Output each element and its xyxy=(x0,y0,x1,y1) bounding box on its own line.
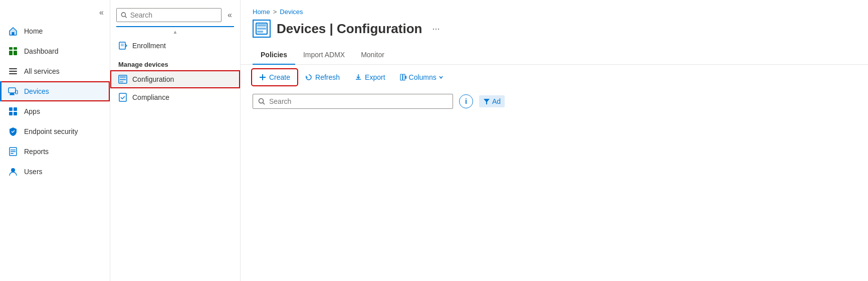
middle-panel-divider xyxy=(116,26,234,27)
sidebar-item-label-users: Users xyxy=(24,168,43,176)
chevron-down-icon xyxy=(439,75,444,80)
content-search-icon xyxy=(258,98,265,105)
filter-button[interactable]: Ad xyxy=(479,95,505,107)
sidebar-item-label-endpoint-security: Endpoint security xyxy=(24,127,78,135)
sidebar-item-users[interactable]: Users xyxy=(0,162,110,182)
sidebar-item-label-all-services: All services xyxy=(24,67,60,75)
content-search-input[interactable] xyxy=(269,97,448,105)
svg-rect-7 xyxy=(9,73,17,74)
refresh-label: Refresh xyxy=(315,73,340,81)
middle-search-input[interactable] xyxy=(130,11,217,19)
filter-label: Ad xyxy=(492,97,501,105)
sidebar: « Home Dashboard xyxy=(0,0,110,281)
dashboard-icon xyxy=(8,46,18,56)
tabs-row: Policies Import ADMX Monitor xyxy=(241,46,868,65)
svg-rect-3 xyxy=(9,51,13,55)
create-button[interactable]: Create xyxy=(253,70,297,85)
middle-panel-collapse-button[interactable]: « xyxy=(226,9,234,22)
svg-rect-40 xyxy=(405,76,406,79)
sidebar-item-endpoint-security[interactable]: Endpoint security xyxy=(0,121,110,142)
middle-nav-configuration-label: Configuration xyxy=(132,75,174,83)
page-title-row: Devices | Configuration ··· xyxy=(253,20,856,38)
apps-icon xyxy=(8,106,18,116)
tab-monitor[interactable]: Monitor xyxy=(353,46,392,65)
more-options-button[interactable]: ··· xyxy=(428,22,444,36)
svg-rect-11 xyxy=(16,90,18,94)
sidebar-item-label-dashboard: Dashboard xyxy=(24,47,59,55)
page-icon xyxy=(253,20,271,38)
refresh-button[interactable]: Refresh xyxy=(299,70,346,85)
svg-rect-12 xyxy=(9,107,13,111)
home-icon xyxy=(8,26,18,36)
middle-nav-enrollment[interactable]: Enrollment xyxy=(110,37,240,55)
svg-rect-18 xyxy=(11,152,16,153)
svg-rect-32 xyxy=(257,24,266,27)
svg-rect-14 xyxy=(9,112,13,115)
columns-button[interactable]: Columns xyxy=(394,70,450,84)
svg-rect-8 xyxy=(9,88,16,93)
search-icon xyxy=(121,12,127,19)
middle-nav-compliance[interactable]: Compliance xyxy=(110,88,240,106)
tab-policies[interactable]: Policies xyxy=(253,46,295,65)
sidebar-item-label-reports: Reports xyxy=(24,148,49,156)
sidebar-item-reports[interactable]: Reports xyxy=(0,142,110,162)
svg-rect-6 xyxy=(9,71,17,72)
sidebar-item-devices[interactable]: Devices xyxy=(0,81,110,101)
svg-rect-5 xyxy=(9,68,17,69)
svg-rect-38 xyxy=(400,74,402,80)
svg-rect-4 xyxy=(14,51,17,55)
content-search-box[interactable] xyxy=(253,94,453,109)
scroll-indicator: ▲ xyxy=(110,29,240,35)
svg-rect-2 xyxy=(14,47,17,50)
content-search-row: i Ad xyxy=(241,90,868,113)
breadcrumb-devices[interactable]: Devices xyxy=(280,8,303,16)
svg-rect-9 xyxy=(10,93,14,94)
middle-nav-enrollment-label: Enrollment xyxy=(132,42,166,50)
svg-rect-29 xyxy=(120,81,123,82)
svg-rect-28 xyxy=(120,79,126,80)
middle-panel: « ▲ Enrollment Manage devices Configurat… xyxy=(110,0,241,281)
page-header: Home > Devices Devices | Configuration ·… xyxy=(241,0,868,46)
manage-devices-header: Manage devices xyxy=(110,55,240,70)
info-button[interactable]: i xyxy=(459,94,473,108)
sidebar-collapse-button[interactable]: « xyxy=(93,4,110,21)
breadcrumb: Home > Devices xyxy=(253,8,856,16)
svg-point-21 xyxy=(121,13,125,17)
sidebar-item-all-services[interactable]: All services xyxy=(0,61,110,81)
svg-rect-15 xyxy=(14,112,17,115)
middle-nav-configuration[interactable]: Configuration xyxy=(110,70,240,88)
enrollment-icon xyxy=(118,41,127,50)
devices-icon xyxy=(8,86,18,96)
sidebar-item-dashboard[interactable]: Dashboard xyxy=(0,41,110,61)
columns-icon xyxy=(400,74,407,81)
sidebar-item-apps[interactable]: Apps xyxy=(0,101,110,121)
breadcrumb-separator: > xyxy=(273,8,277,16)
svg-marker-43 xyxy=(484,99,490,104)
middle-search-box[interactable] xyxy=(116,8,222,22)
shield-icon xyxy=(8,126,18,136)
svg-rect-30 xyxy=(119,93,126,101)
svg-point-41 xyxy=(259,99,264,103)
sidebar-item-label-apps: Apps xyxy=(24,107,40,115)
sidebar-item-label-home: Home xyxy=(24,27,43,35)
filter-icon xyxy=(483,98,490,105)
svg-point-20 xyxy=(11,168,15,172)
breadcrumb-home[interactable]: Home xyxy=(253,8,270,16)
refresh-icon xyxy=(305,74,312,81)
export-button[interactable]: Export xyxy=(348,70,391,85)
configuration-icon xyxy=(118,75,127,84)
svg-rect-10 xyxy=(10,94,15,95)
columns-label: Columns xyxy=(409,73,437,81)
plus-icon xyxy=(259,74,266,81)
main-content: Home > Devices Devices | Configuration ·… xyxy=(241,0,868,281)
export-icon xyxy=(355,74,362,81)
all-services-icon xyxy=(8,66,18,76)
svg-rect-17 xyxy=(11,150,16,151)
sidebar-item-home[interactable]: Home xyxy=(0,21,110,41)
export-label: Export xyxy=(365,73,385,81)
svg-rect-13 xyxy=(14,107,17,111)
svg-rect-19 xyxy=(11,153,14,154)
tab-import-admx[interactable]: Import ADMX xyxy=(295,46,353,65)
svg-rect-27 xyxy=(120,76,126,78)
toolbar: Create Refresh Export Columns xyxy=(241,65,868,90)
